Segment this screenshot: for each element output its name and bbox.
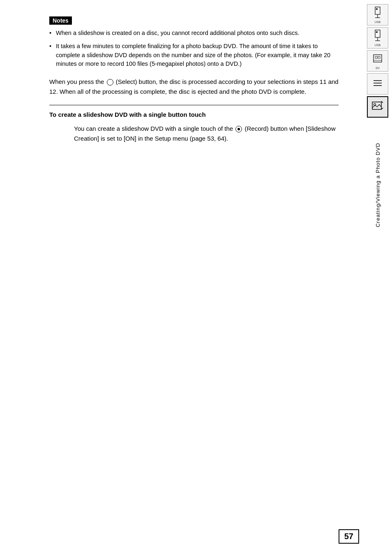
select-paragraph: When you press the (Select) button, the … [49,77,339,97]
svg-point-16 [374,103,376,105]
notes-list: When a slideshow is created on a disc, y… [49,29,339,69]
svg-rect-8 [374,55,382,62]
svg-rect-4 [375,30,380,37]
notes-section: Notes When a slideshow is created on a d… [49,16,339,69]
sidebar-icon-menu[interactable] [367,73,388,95]
svg-rect-15 [372,102,381,109]
svg-rect-0 [375,7,380,14]
main-content: Notes When a slideshow is created on a d… [0,0,363,556]
usb-label-1: USB [375,21,380,23]
usb-symbol-1 [372,6,383,20]
dv-symbol [372,52,383,66]
section-heading: To create a slideshow DVD with a single … [49,111,339,118]
notes-label: Notes [49,16,72,25]
select-icon [107,79,113,86]
svg-rect-10 [378,56,380,58]
section-divider [49,105,339,105]
svg-rect-2 [376,8,378,10]
record-icon [235,126,242,132]
sidebar-icon-usb-1[interactable]: USB [367,4,388,25]
section-body: You can create a slideshow DVD with a si… [49,124,339,144]
page-number: 57 [339,529,359,544]
sidebar-icon-photo[interactable] [367,96,388,118]
sidebar-icon-usb-2[interactable]: USB [367,27,388,49]
sidebar-icon-dv[interactable]: DV [367,50,388,72]
menu-symbol [372,78,383,89]
sidebar: USB USB DV [363,0,392,556]
svg-rect-6 [376,31,378,33]
dv-label: DV [376,67,380,70]
usb-symbol-2 [372,29,383,43]
svg-rect-9 [375,56,377,58]
photo-symbol [371,100,384,113]
usb-label-2: USB [375,44,380,46]
note-item-2: It takes a few minutes to complete final… [49,42,339,69]
note-item-1: When a slideshow is created on a disc, y… [49,29,339,38]
sidebar-vertical-label: Creating/Viewing a Photo DVD [363,123,392,247]
